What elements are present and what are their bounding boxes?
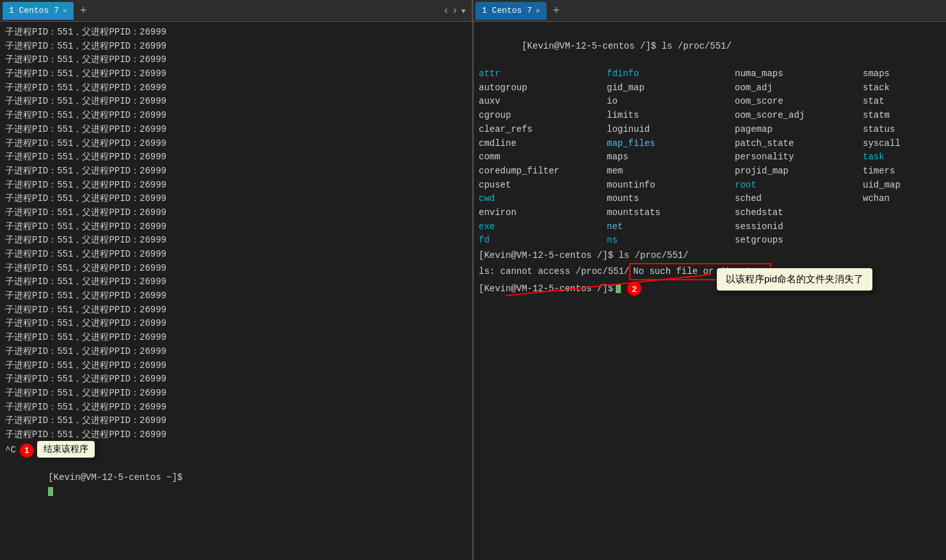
dir-col1: attr bbox=[479, 67, 607, 81]
right-prompt2: [Kevin@VM-12-5-centos /]$ ls /proc/551/ bbox=[479, 249, 941, 263]
tab-left-new[interactable]: + bbox=[76, 4, 91, 17]
dir-col4: uid_map bbox=[863, 179, 941, 193]
dir-col1: coredump_filter bbox=[479, 164, 607, 179]
list-item: 子进程PID：551，父进程PPID：26999 bbox=[5, 53, 467, 67]
dir-col3: oom_score_adj bbox=[735, 109, 863, 123]
dir-col3: setgroups bbox=[735, 234, 863, 248]
tab-left-close[interactable]: ✕ bbox=[63, 6, 67, 15]
dir-col1: environ bbox=[479, 206, 607, 220]
ctrl-c-row: ^C 1 结束该程序 bbox=[5, 444, 467, 458]
table-row: attr fdinfo numa_maps smaps bbox=[479, 67, 941, 81]
right-prompt1: [Kevin@VM-12-5-centos /]$ ls /proc/551/ bbox=[479, 26, 941, 67]
list-item: 子进程PID：551，父进程PPID：26999 bbox=[5, 150, 467, 164]
table-row: fd ns setgroups bbox=[479, 234, 941, 248]
table-row: autogroup gid_map oom_adj stack bbox=[479, 81, 941, 95]
table-row: clear_refs loginuid pagemap status bbox=[479, 123, 941, 137]
annotation-tooltip-1: 结束该程序 bbox=[37, 441, 95, 458]
dir-col1: cgroup bbox=[479, 109, 607, 123]
table-row: cgroup limits oom_score_adj statm bbox=[479, 109, 941, 123]
list-item: 子进程PID：551，父进程PPID：26999 bbox=[5, 67, 467, 81]
dir-listing-table: attr fdinfo numa_maps smaps autogroup gi… bbox=[479, 67, 941, 248]
dir-col3: sessionid bbox=[735, 220, 863, 234]
dir-col3: oom_score bbox=[735, 95, 863, 109]
tab-bar-right: 1 Centos 7 ✕ + bbox=[473, 0, 946, 21]
dir-col2: mounts bbox=[607, 192, 735, 206]
list-item: 子进程PID：551，父进程PPID：26999 bbox=[5, 123, 467, 137]
tab-right[interactable]: 1 Centos 7 ✕ bbox=[476, 2, 547, 20]
cursor-left bbox=[48, 487, 53, 496]
tab-dropdown-left[interactable]: ▾ bbox=[459, 4, 468, 17]
dir-col2: mountstats bbox=[607, 206, 735, 220]
list-item: 子进程PID：551，父进程PPID：26999 bbox=[5, 262, 467, 276]
dir-col3: sched bbox=[735, 192, 863, 206]
table-row: coredump_filter mem projid_map timers bbox=[479, 164, 941, 179]
dir-col4: stat bbox=[863, 95, 941, 109]
tab-left[interactable]: 1 Centos 7 ✕ bbox=[3, 2, 74, 20]
dir-col4: smaps bbox=[863, 67, 941, 81]
list-item: 子进程PID：551，父进程PPID：26999 bbox=[5, 372, 467, 387]
table-row: cmdline map_files patch_state syscall bbox=[479, 137, 941, 151]
annotation-2-container: 2 bbox=[627, 282, 641, 296]
dir-col4: status bbox=[863, 123, 941, 137]
annotation-tooltip-2: 以该程序pid命名的文件夹消失了 bbox=[717, 268, 872, 291]
dir-col2: gid_map bbox=[607, 81, 735, 95]
dir-col1: cwd bbox=[479, 192, 607, 206]
list-item: 子进程PID：551，父进程PPID：26999 bbox=[5, 164, 467, 179]
tab-right-new[interactable]: + bbox=[549, 4, 564, 17]
dir-col2: fdinfo bbox=[607, 67, 735, 81]
dir-col3: oom_adj bbox=[735, 81, 863, 95]
tab-right-close[interactable]: ✕ bbox=[536, 6, 540, 15]
dir-col1: fd bbox=[479, 234, 607, 248]
tab-bar: 1 Centos 7 ✕ + ‹ › ▾ 1 Centos 7 ✕ + bbox=[0, 0, 946, 22]
list-item: 子进程PID：551，父进程PPID：26999 bbox=[5, 289, 467, 303]
dir-col2: limits bbox=[607, 109, 735, 123]
app-container: 1 Centos 7 ✕ + ‹ › ▾ 1 Centos 7 ✕ + 子进程P… bbox=[0, 0, 946, 560]
tab-nav-prev[interactable]: ‹ bbox=[442, 5, 451, 17]
list-item: 子进程PID：551，父进程PPID：26999 bbox=[5, 359, 467, 373]
list-item: 子进程PID：551，父进程PPID：26999 bbox=[5, 179, 467, 193]
list-item: 子进程PID：551，父进程PPID：26999 bbox=[5, 234, 467, 248]
terminal-pane-left[interactable]: 子进程PID：551，父进程PPID：26999 子进程PID：551，父进程P… bbox=[0, 22, 474, 560]
dir-col4: stack bbox=[863, 81, 941, 95]
left-prompt-line: [Kevin@VM-12-5-centos ~]$ bbox=[5, 458, 467, 513]
dir-col1: auxv bbox=[479, 95, 607, 109]
dir-col3: root bbox=[735, 179, 863, 193]
annotation-circle-1: 1 bbox=[20, 444, 34, 458]
table-row: auxv io oom_score stat bbox=[479, 95, 941, 109]
dir-col4 bbox=[863, 206, 941, 220]
cursor-right bbox=[616, 284, 621, 293]
terminal-pane-right[interactable]: [Kevin@VM-12-5-centos /]$ ls /proc/551/ … bbox=[474, 22, 946, 560]
tab-right-label: 1 Centos 7 bbox=[482, 6, 532, 15]
table-row: exe net sessionid bbox=[479, 220, 941, 234]
dir-col2: net bbox=[607, 220, 735, 234]
dir-col4 bbox=[863, 220, 941, 234]
dir-col3: numa_maps bbox=[735, 67, 863, 81]
list-item: 子进程PID：551，父进程PPID：26999 bbox=[5, 331, 467, 345]
terminal-panes: 子进程PID：551，父进程PPID：26999 子进程PID：551，父进程P… bbox=[0, 22, 946, 560]
dir-col4 bbox=[863, 234, 941, 248]
list-item: 子进程PID：551，父进程PPID：26999 bbox=[5, 26, 467, 40]
list-item: 子进程PID：551，父进程PPID：26999 bbox=[5, 401, 467, 415]
dir-col4: syscall bbox=[863, 137, 941, 151]
tab-nav-next[interactable]: › bbox=[451, 5, 460, 17]
tab-bar-left: 1 Centos 7 ✕ + ‹ › ▾ bbox=[0, 0, 473, 21]
tab-nav-left: ‹ › ▾ bbox=[442, 4, 468, 17]
list-item: 子进程PID：551，父进程PPID：26999 bbox=[5, 317, 467, 331]
list-item: 子进程PID：551，父进程PPID：26999 bbox=[5, 387, 467, 401]
dir-col3: personality bbox=[735, 150, 863, 164]
dir-col2: map_files bbox=[607, 137, 735, 151]
dir-col2: loginuid bbox=[607, 123, 735, 137]
right-prompt3: [Kevin@VM-12-5-centos /]$ bbox=[479, 282, 613, 296]
dir-col1: exe bbox=[479, 220, 607, 234]
list-item: 子进程PID：551，父进程PPID：26999 bbox=[5, 95, 467, 109]
dir-col3: projid_map bbox=[735, 164, 863, 179]
list-item: 子进程PID：551，父进程PPID：26999 bbox=[5, 137, 467, 151]
dir-col2: mem bbox=[607, 164, 735, 179]
dir-col4: wchan bbox=[863, 192, 941, 206]
ctrl-c-text: ^C bbox=[5, 444, 16, 458]
dir-col1: cpuset bbox=[479, 179, 607, 193]
list-item: 子进程PID：551，父进程PPID：26999 bbox=[5, 303, 467, 317]
list-item: 子进程PID：551，父进程PPID：26999 bbox=[5, 414, 467, 428]
dir-col4: timers bbox=[863, 164, 941, 179]
dir-col2: io bbox=[607, 95, 735, 109]
